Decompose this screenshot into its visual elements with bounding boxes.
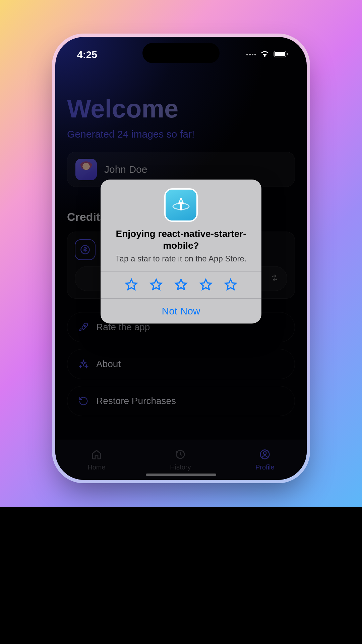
tab-label: History xyxy=(170,463,191,471)
menu-label: Restore Purchases xyxy=(96,396,176,406)
sparkle-icon xyxy=(77,358,89,370)
phone-frame: 4:25 Welcome Generated 24 images so far! xyxy=(52,34,310,483)
app-icon xyxy=(164,188,198,222)
welcome-heading: Welcome xyxy=(67,94,295,123)
wifi-icon xyxy=(260,51,269,59)
menu-label: About xyxy=(96,359,121,369)
rating-stars-row xyxy=(101,271,261,298)
app-backdrop: 4:25 Welcome Generated 24 images so far! xyxy=(0,0,362,507)
restore-icon xyxy=(77,395,89,407)
menu-item-about[interactable]: About xyxy=(67,349,295,379)
tab-label: Profile xyxy=(255,463,275,471)
tab-history[interactable]: History xyxy=(170,449,191,471)
rocket-icon xyxy=(77,321,89,333)
battery-icon xyxy=(274,51,288,59)
profile-icon xyxy=(259,449,270,462)
status-time: 4:25 xyxy=(77,49,97,60)
rating-star-2[interactable] xyxy=(149,278,163,292)
user-avatar xyxy=(75,159,97,180)
phone-screen: 4:25 Welcome Generated 24 images so far! xyxy=(55,37,307,480)
rating-star-5[interactable] xyxy=(224,278,237,292)
tab-label: Home xyxy=(87,463,105,471)
welcome-subtext: Generated 24 images so far! xyxy=(67,129,295,140)
tab-profile[interactable]: Profile xyxy=(255,449,275,471)
rating-star-1[interactable] xyxy=(125,278,138,292)
rating-dialog-body: Enjoying react-native-starter-mobile? Ta… xyxy=(101,180,261,271)
svg-rect-1 xyxy=(275,52,285,56)
user-name: John Doe xyxy=(104,164,147,175)
device-notch xyxy=(142,43,220,63)
rating-star-4[interactable] xyxy=(199,278,213,292)
letterbox xyxy=(0,507,362,644)
rating-star-3[interactable] xyxy=(174,278,188,292)
menu-item-restore[interactable]: Restore Purchases xyxy=(67,386,295,416)
svg-point-7 xyxy=(263,451,266,454)
rating-dialog-subtitle: Tap a star to rate it on the App Store. xyxy=(110,253,252,264)
svg-point-4 xyxy=(84,325,85,327)
chevron-right-icon xyxy=(271,274,278,283)
rating-dialog: Enjoying react-native-starter-mobile? Ta… xyxy=(101,180,261,324)
settings-menu: Rate the app About Restore Purchases xyxy=(67,312,295,416)
home-icon xyxy=(91,449,102,462)
status-indicators xyxy=(246,51,288,59)
tab-home[interactable]: Home xyxy=(87,449,105,471)
rating-dialog-title: Enjoying react-native-starter-mobile? xyxy=(110,228,252,251)
credits-dollar-icon xyxy=(75,239,96,260)
home-indicator[interactable] xyxy=(146,474,216,476)
svg-rect-2 xyxy=(287,53,288,55)
not-now-button[interactable]: Not Now xyxy=(101,299,261,324)
cellular-dots-icon xyxy=(246,54,256,55)
rating-dialog-actions: Not Now xyxy=(101,298,261,324)
history-icon xyxy=(175,449,186,462)
